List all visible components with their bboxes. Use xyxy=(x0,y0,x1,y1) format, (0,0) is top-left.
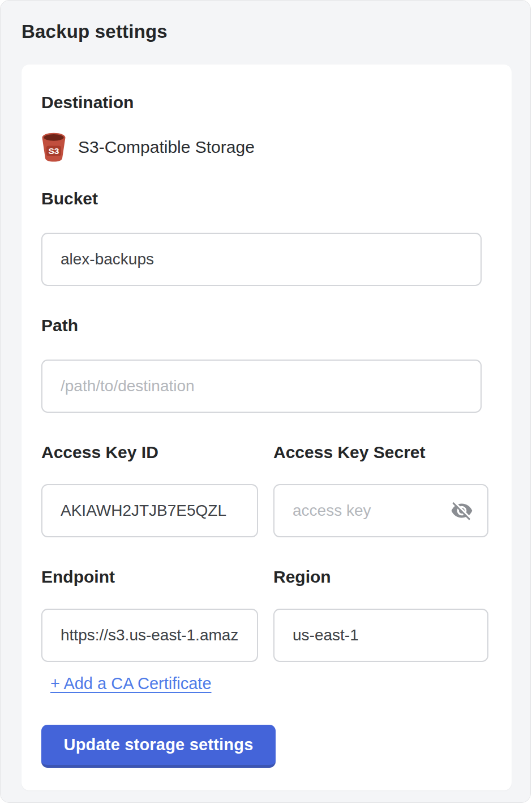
eye-off-icon[interactable] xyxy=(450,499,474,523)
endpoint-region-labels-row: Endpoint Region xyxy=(41,567,492,587)
page-title: Backup settings xyxy=(22,21,530,42)
access-key-labels-row: Access Key ID Access Key Secret xyxy=(41,443,492,462)
region-input[interactable] xyxy=(273,609,488,662)
s3-bucket-icon: S3 xyxy=(41,132,66,162)
region-label: Region xyxy=(273,567,488,587)
svg-text:S3: S3 xyxy=(49,146,59,156)
destination-label: Destination xyxy=(41,93,492,112)
access-key-secret-label: Access Key Secret xyxy=(273,443,488,462)
path-label: Path xyxy=(41,316,492,335)
storage-settings-card: Destination S3 S3-Compatible Storage Buc… xyxy=(22,65,512,790)
access-key-id-input[interactable] xyxy=(41,484,258,537)
access-key-secret-field xyxy=(273,484,488,537)
access-key-id-label: Access Key ID xyxy=(41,443,258,462)
endpoint-region-inputs-row xyxy=(41,609,492,662)
path-input[interactable] xyxy=(41,360,482,413)
backup-settings-page: Backup settings Destination S3 S3-Compat… xyxy=(0,0,531,803)
bucket-label: Bucket xyxy=(41,189,492,208)
bucket-input[interactable] xyxy=(41,233,482,286)
destination-value-row: S3 S3-Compatible Storage xyxy=(41,132,492,162)
destination-value: S3-Compatible Storage xyxy=(78,138,255,157)
access-key-inputs-row xyxy=(41,484,492,537)
endpoint-label: Endpoint xyxy=(41,567,258,587)
add-ca-certificate-link[interactable]: + Add a CA Certificate xyxy=(50,674,212,693)
update-storage-settings-button[interactable]: Update storage settings xyxy=(41,725,276,768)
endpoint-input[interactable] xyxy=(41,609,258,662)
